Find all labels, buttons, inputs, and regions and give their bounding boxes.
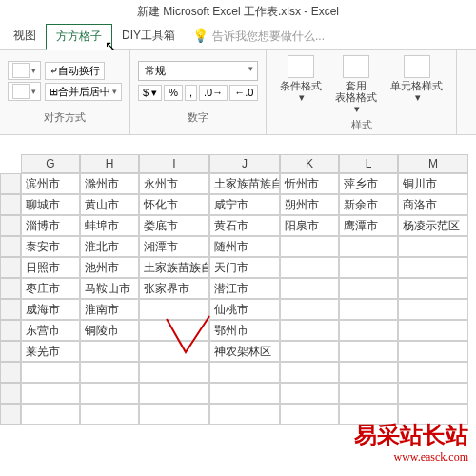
cell[interactable]: 鄂州市 bbox=[209, 320, 280, 341]
cell-style-button[interactable]: 单元格样式 ▾ bbox=[385, 53, 448, 105]
cell[interactable] bbox=[398, 278, 468, 299]
cell[interactable]: 马鞍山市 bbox=[80, 278, 139, 299]
column-header-L[interactable]: L bbox=[339, 154, 398, 173]
cell[interactable]: 娄底市 bbox=[139, 215, 209, 236]
cell[interactable] bbox=[280, 404, 339, 425]
conditional-format-button[interactable]: 条件格式 ▾ bbox=[274, 53, 327, 105]
row-header[interactable] bbox=[0, 278, 21, 299]
cell[interactable] bbox=[209, 404, 280, 425]
cell[interactable] bbox=[280, 383, 339, 404]
cell[interactable]: 仙桃市 bbox=[209, 299, 280, 320]
cell[interactable]: 忻州市 bbox=[280, 173, 339, 194]
column-header-K[interactable]: K bbox=[280, 154, 339, 173]
percent-button[interactable]: % bbox=[164, 85, 183, 101]
cell[interactable]: 土家族苗族自 bbox=[209, 173, 280, 194]
column-header-J[interactable]: J bbox=[209, 154, 280, 173]
cell[interactable] bbox=[139, 320, 209, 341]
cell[interactable]: 土家族苗族自 bbox=[139, 257, 209, 278]
cell[interactable]: 铜陵市 bbox=[80, 320, 139, 341]
cell[interactable] bbox=[139, 362, 209, 383]
cell[interactable]: 蚌埠市 bbox=[80, 215, 139, 236]
table-format-button[interactable]: 套用表格格式 ▾ bbox=[329, 53, 383, 116]
cell[interactable]: 威海市 bbox=[21, 299, 80, 320]
cell[interactable] bbox=[280, 320, 339, 341]
cell[interactable]: 莱芜市 bbox=[21, 341, 80, 362]
cell[interactable]: 淮北市 bbox=[80, 236, 139, 257]
column-header-H[interactable]: H bbox=[80, 154, 139, 173]
cell[interactable]: 商洛市 bbox=[398, 194, 468, 215]
increase-decimal-button[interactable]: .0→ bbox=[199, 85, 228, 101]
cell[interactable] bbox=[280, 236, 339, 257]
cell[interactable]: 张家界市 bbox=[139, 278, 209, 299]
row-header[interactable] bbox=[0, 362, 21, 383]
row-header[interactable] bbox=[0, 194, 21, 215]
cell[interactable] bbox=[280, 278, 339, 299]
cell[interactable] bbox=[339, 278, 398, 299]
currency-button[interactable]: $ ▾ bbox=[138, 85, 162, 101]
cell[interactable] bbox=[21, 404, 80, 425]
cell[interactable]: 滁州市 bbox=[80, 173, 139, 194]
cell[interactable]: 淄博市 bbox=[21, 215, 80, 236]
cell[interactable] bbox=[80, 362, 139, 383]
column-header-I[interactable]: I bbox=[139, 154, 209, 173]
tab-diy[interactable]: DIY工具箱 bbox=[112, 24, 185, 49]
cell[interactable] bbox=[21, 383, 80, 404]
cell[interactable]: 萍乡市 bbox=[339, 173, 398, 194]
tab-fangfang[interactable]: 方方格子 bbox=[46, 24, 112, 50]
cell[interactable] bbox=[280, 362, 339, 383]
cell[interactable]: 淮南市 bbox=[80, 299, 139, 320]
cell[interactable] bbox=[398, 320, 468, 341]
spreadsheet[interactable]: GHIJKLM 滨州市滁州市永州市土家族苗族自忻州市萍乡市铜川市聊城市黄山市怀化… bbox=[0, 135, 476, 425]
cell[interactable] bbox=[80, 404, 139, 425]
decrease-decimal-button[interactable]: ←.0 bbox=[229, 85, 258, 101]
cell[interactable] bbox=[339, 320, 398, 341]
cell[interactable]: 鹰潭市 bbox=[339, 215, 398, 236]
tell-me[interactable]: 💡告诉我您想要做什么... bbox=[185, 24, 332, 49]
cell[interactable] bbox=[280, 341, 339, 362]
cell[interactable]: 杨凌示范区 bbox=[398, 215, 468, 236]
cell[interactable] bbox=[339, 299, 398, 320]
cell[interactable]: 咸宁市 bbox=[209, 194, 280, 215]
cell[interactable]: 滨州市 bbox=[21, 173, 80, 194]
row-header[interactable] bbox=[0, 299, 21, 320]
row-header[interactable] bbox=[0, 257, 21, 278]
cell[interactable] bbox=[280, 299, 339, 320]
cell[interactable] bbox=[80, 383, 139, 404]
cell[interactable]: 日照市 bbox=[21, 257, 80, 278]
cell[interactable] bbox=[339, 236, 398, 257]
column-header-G[interactable]: G bbox=[21, 154, 80, 173]
cell[interactable] bbox=[339, 362, 398, 383]
cell[interactable] bbox=[139, 404, 209, 425]
cell[interactable]: 聊城市 bbox=[21, 194, 80, 215]
cell[interactable]: 潜江市 bbox=[209, 278, 280, 299]
cell[interactable] bbox=[21, 362, 80, 383]
cell[interactable]: 神农架林区 bbox=[209, 341, 280, 362]
cell[interactable] bbox=[139, 341, 209, 362]
row-header[interactable] bbox=[0, 236, 21, 257]
cell[interactable] bbox=[339, 383, 398, 404]
cell[interactable]: 黄石市 bbox=[209, 215, 280, 236]
cell[interactable]: 湘潭市 bbox=[139, 236, 209, 257]
row-header[interactable] bbox=[0, 383, 21, 404]
cell[interactable]: 阳泉市 bbox=[280, 215, 339, 236]
cell[interactable]: 泰安市 bbox=[21, 236, 80, 257]
cell[interactable] bbox=[398, 341, 468, 362]
cell[interactable] bbox=[339, 257, 398, 278]
cell[interactable] bbox=[398, 362, 468, 383]
cell[interactable]: 东营市 bbox=[21, 320, 80, 341]
column-header-M[interactable]: M bbox=[398, 154, 468, 173]
cell[interactable] bbox=[80, 341, 139, 362]
row-header[interactable] bbox=[0, 215, 21, 236]
wrap-text-button[interactable]: ⤶ 自动换行 bbox=[45, 62, 105, 80]
row-header[interactable] bbox=[0, 173, 21, 194]
number-format-dropdown[interactable]: 常规 bbox=[138, 61, 258, 81]
cell[interactable]: 池州市 bbox=[80, 257, 139, 278]
cell[interactable] bbox=[139, 299, 209, 320]
row-header[interactable] bbox=[0, 404, 21, 425]
tab-view[interactable]: 视图 bbox=[4, 24, 46, 49]
cell[interactable] bbox=[209, 383, 280, 404]
cell[interactable]: 天门市 bbox=[209, 257, 280, 278]
indent-btn[interactable]: ▾ bbox=[8, 82, 41, 101]
cell[interactable] bbox=[139, 383, 209, 404]
cell[interactable] bbox=[280, 257, 339, 278]
